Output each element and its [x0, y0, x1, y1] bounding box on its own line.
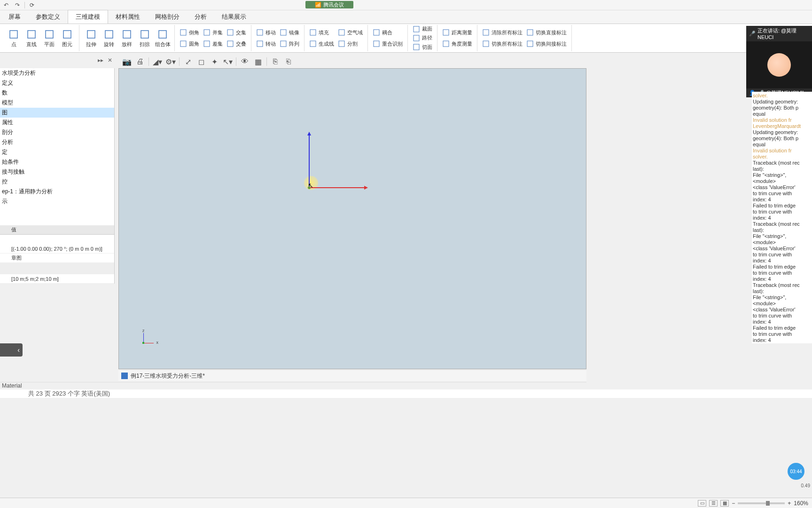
tree-item[interactable]: 示 — [0, 197, 114, 206]
ribbon-small-button[interactable]: 倒角 — [178, 27, 201, 38]
3d-viewport[interactable]: ↖ — [118, 68, 586, 369]
recording-timer[interactable]: 03:44 — [788, 463, 804, 480]
zoom-control[interactable]: ▭ ☰ ▦ − + 160% — [698, 500, 808, 507]
prop-value: 章图 — [9, 254, 114, 262]
zoom-fit-icon[interactable]: ⤢ — [182, 56, 194, 67]
view-angle-icon[interactable]: ◢▾ — [152, 56, 163, 67]
ribbon-small-button[interactable]: 切换所有标注 — [480, 39, 524, 49]
screenshare-label: 腾讯会议 — [323, 1, 344, 8]
participant-video[interactable] — [746, 41, 812, 88]
tree-item[interactable]: 控 — [0, 177, 114, 187]
tree-item[interactable]: 水坝受力分析 — [0, 68, 114, 78]
tree-item[interactable]: 接与接触 — [0, 167, 114, 177]
ribbon-button[interactable]: 图元 — [58, 25, 76, 51]
tool-icon — [373, 29, 380, 36]
select-mode-icon[interactable]: ↖▾ — [222, 56, 233, 67]
ribbon-button[interactable]: 扫掠 — [136, 25, 154, 51]
ribbon-small-button[interactable]: 差集 — [201, 39, 225, 49]
tree-item[interactable]: 剖分 — [0, 127, 114, 137]
ribbon-small-button[interactable]: 耦合 — [371, 27, 405, 38]
ribbon-small-button[interactable]: 距离测量 — [440, 27, 474, 38]
view-mode-2-icon[interactable]: ☰ — [709, 500, 718, 507]
ribbon-small-button[interactable]: 分割 — [336, 39, 365, 49]
ribbon-small-button[interactable]: 填充 — [307, 27, 336, 38]
ribbon-small-button[interactable]: 生成线 — [307, 39, 336, 49]
video-meeting-overlay[interactable]: 🎤 正在讲话: @莫理NEUCI 👤 🎤 @莫理NEUCIVIL — [746, 26, 812, 97]
ribbon-tab[interactable]: 结果展示 — [214, 10, 254, 24]
svg-rect-27 — [414, 44, 419, 50]
document-icon — [121, 373, 128, 379]
ribbon-button[interactable]: 放样 — [118, 25, 136, 51]
model-tree[interactable]: 水坝受力分析定义数模型图属性剖分分析定始条件接与接触控ep-1：通用静力分析示 — [0, 68, 114, 206]
tree-item[interactable]: 数 — [0, 88, 114, 98]
tree-item[interactable]: 图 — [0, 108, 114, 118]
undo-icon[interactable]: ↶ — [2, 1, 10, 9]
ribbon-small-button[interactable]: 转动 — [254, 39, 278, 49]
property-row[interactable]: [(-1.00 0.00 0.00); 270 °; (0 m 0 m 0 m)… — [0, 244, 114, 254]
ribbon-tab[interactable]: 分析 — [187, 10, 214, 24]
ribbon-button[interactable]: 拉伸 — [82, 25, 100, 51]
view-mode-3-icon[interactable]: ▦ — [720, 500, 729, 507]
property-row[interactable]: 章图 — [0, 254, 114, 263]
redo-icon[interactable]: ↷ — [13, 1, 22, 9]
ribbon-small-label: 切面 — [422, 44, 432, 51]
ribbon-small-button[interactable]: 移动 — [254, 27, 278, 38]
zoom-percent[interactable]: 160% — [794, 500, 808, 507]
tree-item[interactable]: 分析 — [0, 137, 114, 147]
zoom-window-icon[interactable]: ◻ — [195, 56, 207, 67]
ribbon-small-button[interactable]: 清除所有标注 — [480, 27, 524, 38]
refresh-icon[interactable]: ⟳ — [28, 1, 36, 9]
screenshot-icon[interactable]: 📷 — [121, 56, 133, 67]
svg-rect-23 — [374, 30, 379, 35]
ribbon-small-button[interactable]: 并集 — [201, 27, 225, 38]
sidebar-close-icon[interactable]: ✕ — [106, 56, 114, 64]
ribbon-tab[interactable]: 参数定义 — [28, 10, 68, 24]
tree-item[interactable]: ep-1：通用静力分析 — [0, 187, 114, 197]
ribbon-small-button[interactable]: 切换直接标注 — [524, 27, 569, 38]
ribbon-small-button[interactable]: 交集 — [225, 27, 248, 38]
tree-item[interactable]: 属性 — [0, 118, 114, 127]
paste-view-icon[interactable]: ⎗ — [283, 56, 294, 67]
ribbon-small-button[interactable]: 阵列 — [278, 39, 301, 49]
ribbon-tab[interactable]: 屏幕 — [1, 10, 28, 24]
ribbon-tab[interactable]: 三维建模 — [68, 10, 108, 24]
render-mode-icon[interactable]: ▦ — [252, 56, 264, 67]
tree-item[interactable]: 定义 — [0, 78, 114, 88]
ribbon-small-button[interactable]: 切面 — [411, 43, 434, 51]
ribbon-small-button[interactable]: 裁面 — [411, 25, 434, 33]
ribbon-tab[interactable]: 网格剖分 — [148, 10, 187, 24]
ribbon-small-button[interactable]: 切换间接标注 — [524, 39, 569, 49]
document-tab-label[interactable]: 例17-三维水坝受力分析-三维* — [131, 372, 205, 380]
property-row[interactable]: [10 m;5 m;2 m;10 m] — [0, 274, 114, 284]
ribbon-small-button[interactable]: 路径 — [411, 34, 434, 42]
tree-item[interactable]: 始条件 — [0, 157, 114, 167]
zoom-slider[interactable] — [738, 502, 785, 504]
zoom-select-icon[interactable]: ✦ — [209, 56, 220, 67]
console-log-panel[interactable]: solver.Updating geometry:geometry(4): Bo… — [752, 92, 812, 343]
ribbon-button[interactable]: 点 — [5, 25, 23, 51]
sidebar-collapse-button[interactable]: ‹ — [0, 343, 23, 357]
tree-item[interactable]: 模型 — [0, 98, 114, 108]
sidebar-collapse-icon[interactable]: ▸▸ — [97, 56, 104, 64]
ribbon-button[interactable]: 平面 — [40, 25, 58, 51]
tool-icon — [226, 29, 234, 36]
ribbon-button[interactable]: 组合体 — [154, 25, 172, 51]
view-mode-1-icon[interactable]: ▭ — [698, 500, 706, 507]
ribbon-small-button[interactable]: 镜像 — [278, 27, 301, 38]
ribbon-tab[interactable]: 材料属性 — [108, 10, 148, 24]
ribbon-button[interactable]: 旋转 — [100, 25, 118, 51]
view-settings-icon[interactable]: ⚙▾ — [165, 56, 176, 67]
print-icon[interactable]: 🖨 — [134, 56, 146, 67]
ribbon-small-button[interactable]: 圆角 — [178, 39, 201, 49]
ribbon-button[interactable]: 直线 — [23, 25, 40, 51]
ribbon-small-button[interactable]: 空气域 — [336, 27, 365, 38]
ribbon-small-button[interactable]: 重合识别 — [371, 39, 405, 49]
tree-item[interactable]: 定 — [0, 147, 114, 157]
zoom-out-icon[interactable]: − — [732, 500, 735, 507]
console-line: last): — [753, 166, 811, 172]
copy-view-icon[interactable]: ⎘ — [270, 56, 281, 67]
zoom-in-icon[interactable]: + — [788, 500, 791, 507]
ribbon-small-button[interactable]: 角度测量 — [440, 39, 474, 49]
ribbon-small-button[interactable]: 交叠 — [225, 39, 248, 49]
visibility-icon[interactable]: 👁 — [239, 56, 250, 67]
